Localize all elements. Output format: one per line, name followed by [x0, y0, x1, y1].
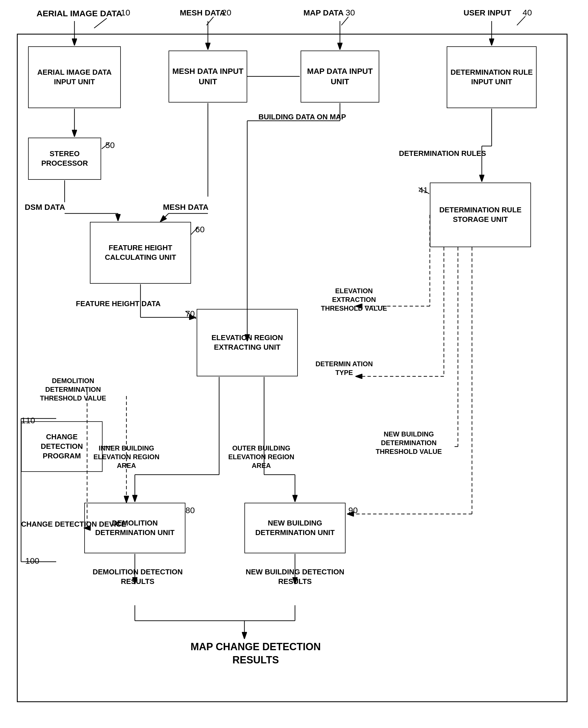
- change-detection-device-label: CHANGE DETECTION DEVICE: [21, 520, 126, 529]
- map-change-results-label: MAP CHANGE DETECTION RESULTS: [174, 640, 337, 667]
- new-building-results-label: NEW BUILDING DETECTION RESULTS: [245, 568, 345, 586]
- feature-height-num: 60: [195, 225, 205, 234]
- feature-height-unit: FEATURE HEIGHT CALCULATING UNIT: [90, 222, 191, 284]
- mesh-data-label: MESH DATA: [180, 8, 225, 18]
- demolition-results-label: DEMOLITION DETECTION RESULTS: [87, 568, 188, 586]
- building-data-label: BUILDING DATA ON MAP: [258, 112, 346, 122]
- outer-building-label: OUTER BUILDING ELEVATION REGION AREA: [222, 444, 300, 470]
- stereo-num: 50: [105, 141, 114, 150]
- svg-line-50: [207, 17, 213, 25]
- svg-line-51: [341, 17, 348, 25]
- demolition-num: 80: [185, 506, 195, 515]
- user-input-label: USER INPUT: [464, 8, 511, 18]
- aerial-image-unit: AERIAL IMAGE DATA INPUT UNIT: [28, 46, 121, 108]
- elevation-num: 70: [185, 309, 195, 319]
- mesh-data-label2: MESH DATA: [163, 202, 208, 212]
- demolition-threshold-label: DEMOLITION DETERMINATION THRESHOLD VALUE: [25, 376, 121, 403]
- determination-rule-unit: DETERMINATION RULE INPUT UNIT: [447, 46, 537, 108]
- diagram: AERIAL IMAGE DATA 10 MESH DATA 20 MAP DA…: [0, 0, 588, 728]
- map-data-label: MAP DATA: [303, 8, 343, 18]
- inner-building-label: INNER BUILDING ELEVATION REGION AREA: [87, 444, 166, 470]
- feature-height-data-label: FEATURE HEIGHT DATA: [76, 299, 161, 309]
- aerial-num: 10: [121, 8, 130, 17]
- device-num: 100: [25, 556, 39, 566]
- determination-rule-storage: DETERMINATION RULE STORAGE UNIT: [430, 183, 531, 247]
- stereo-processor: STEREO PROCESSOR: [28, 137, 101, 180]
- dsm-data-label: DSM DATA: [25, 202, 65, 212]
- svg-line-49: [94, 18, 107, 28]
- storage-num: 41: [419, 185, 428, 195]
- svg-line-52: [517, 16, 525, 25]
- new-building-unit: NEW BUILDING DETERMINATION UNIT: [245, 503, 345, 553]
- new-building-threshold-label: NEW BUILDING DETERMINATION THRESHOLD VAL…: [368, 430, 449, 456]
- determination-rules-label: DETERMINATION RULES: [399, 149, 486, 158]
- determination-type-label: DETERMIN ATION TYPE: [309, 360, 379, 377]
- map-num: 30: [345, 8, 355, 17]
- map-input-unit: MAP DATA INPUT UNIT: [300, 50, 379, 103]
- change-prog-num: 110: [21, 416, 35, 425]
- mesh-num: 20: [222, 8, 231, 17]
- elevation-extraction-label: ELEVATION EXTRACTION THRESHOLD VALUE: [315, 286, 393, 313]
- aerial-image-data-label: AERIAL IMAGE DATA: [37, 8, 122, 19]
- new-building-num: 90: [348, 506, 358, 515]
- elevation-region-unit: ELEVATION REGION EXTRACTING UNIT: [197, 309, 298, 376]
- mesh-input-unit: MESH DATA INPUT UNIT: [169, 50, 247, 103]
- user-num: 40: [523, 8, 532, 17]
